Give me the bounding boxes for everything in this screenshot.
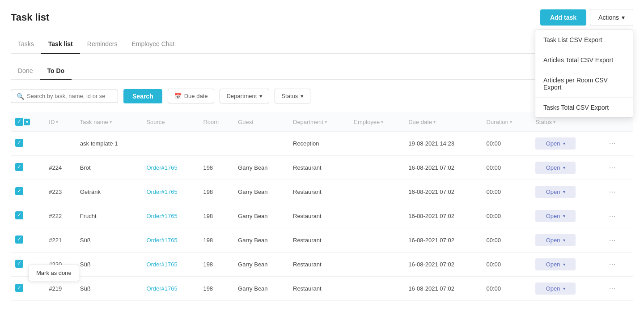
cell-employee <box>349 253 404 277</box>
tab-reminders[interactable]: Reminders <box>80 35 125 54</box>
cell-duration: 00:00 <box>482 228 531 253</box>
source-link-4[interactable]: Order#1765 <box>146 237 177 244</box>
sort-icon-due-date: ▾ <box>433 120 436 124</box>
tab-tasks[interactable]: Tasks <box>11 35 41 54</box>
status-badge-2[interactable]: Open ▾ <box>535 186 576 198</box>
more-button-0[interactable]: ··· <box>605 137 619 150</box>
cell-duration: 00:00 <box>482 156 531 180</box>
th-checkbox: ▾ <box>11 112 44 132</box>
th-status-label: Status <box>535 119 552 125</box>
tab-task-list[interactable]: Task list <box>41 35 80 54</box>
th-department-label: Department <box>293 119 323 125</box>
cell-guest <box>233 132 288 156</box>
cell-guest: Garry Bean <box>233 204 288 228</box>
due-date-filter[interactable]: 📅 Due date <box>168 89 215 103</box>
dropdown-item-csv-export[interactable]: Task List CSV Export <box>535 30 633 50</box>
status-badge-0[interactable]: Open ▾ <box>535 137 576 150</box>
search-input-wrap: 🔍 <box>11 90 118 103</box>
status-chevron-icon: ▾ <box>301 93 304 99</box>
dropdown-item-tasks-total[interactable]: Tasks Total CSV Export <box>535 98 633 117</box>
status-label-3: Open <box>546 213 560 219</box>
more-button-3[interactable]: ··· <box>605 210 619 223</box>
cell-guest: Garry Bean <box>233 277 288 301</box>
source-link-6[interactable]: Order#1765 <box>146 285 177 292</box>
row-checkbox-4[interactable] <box>15 236 23 244</box>
cell-room: 198 <box>199 156 233 180</box>
header-actions: Add task Actions ▾ Task List CSV Export … <box>540 9 633 26</box>
cell-checkbox <box>11 156 44 180</box>
status-badge-3[interactable]: Open ▾ <box>535 210 576 222</box>
th-id: ID▾ <box>44 112 76 132</box>
cell-more: ··· <box>601 132 633 156</box>
more-button-6[interactable]: ··· <box>605 282 619 295</box>
source-link-2[interactable]: Order#1765 <box>146 188 177 195</box>
row-checkbox-5[interactable] <box>15 260 23 268</box>
cell-department: Restaurant <box>288 277 349 301</box>
department-filter[interactable]: Department ▾ <box>220 89 269 103</box>
status-chevron-icon-4: ▾ <box>563 238 565 243</box>
source-link-1[interactable]: Order#1765 <box>146 164 177 171</box>
tab-employee-chat[interactable]: Employee Chat <box>125 35 182 54</box>
more-button-4[interactable]: ··· <box>605 234 619 247</box>
th-source: Source <box>142 112 199 132</box>
dropdown-item-articles-total[interactable]: Articles Total CSV Export <box>535 50 633 70</box>
header-checkbox[interactable] <box>15 118 23 126</box>
row-checkbox-1[interactable] <box>15 163 23 171</box>
cell-task-name: Süß <box>76 228 142 253</box>
status-badge-1[interactable]: Open ▾ <box>535 162 576 174</box>
table-row: #221 Süß Order#1765 198 Garry Bean Resta… <box>11 228 633 253</box>
cell-status: Open ▾ <box>531 132 601 156</box>
status-badge-4[interactable]: Open ▾ <box>535 234 576 246</box>
add-task-button[interactable]: Add task <box>540 9 586 26</box>
department-chevron-icon: ▾ <box>259 93 263 99</box>
source-link-5[interactable]: Order#1765 <box>146 261 177 268</box>
th-room: Room <box>199 112 233 132</box>
row-checkbox-0[interactable] <box>15 139 23 147</box>
cell-room: 198 <box>199 180 233 204</box>
department-label: Department <box>226 93 257 99</box>
subtab-todo[interactable]: To Do <box>40 63 72 80</box>
status-chevron-icon-5: ▾ <box>563 262 565 267</box>
status-badge-5[interactable]: Open ▾ <box>535 258 576 270</box>
subtab-done[interactable]: Done <box>11 63 40 80</box>
cell-checkbox <box>11 132 44 156</box>
cell-source: Order#1765 <box>142 228 199 253</box>
cell-room <box>199 132 233 156</box>
actions-button[interactable]: Actions ▾ <box>590 9 633 26</box>
source-link-3[interactable]: Order#1765 <box>146 213 177 219</box>
dropdown-item-articles-per-room[interactable]: Articles per Room CSV Export <box>535 70 633 98</box>
sort-icon-department: ▾ <box>325 120 327 124</box>
cell-room: 198 <box>199 277 233 301</box>
cell-due-date: 16-08-2021 07:02 <box>404 204 482 228</box>
cell-department: Reception <box>288 132 349 156</box>
search-button[interactable]: Search <box>123 89 162 103</box>
row-checkbox-3[interactable] <box>15 211 23 219</box>
mark-as-done-tooltip[interactable]: Mark as done <box>29 265 79 281</box>
more-button-1[interactable]: ··· <box>605 161 619 174</box>
actions-label: Actions <box>598 14 619 21</box>
more-button-5[interactable]: ··· <box>605 258 619 271</box>
status-badge-6[interactable]: Open ▾ <box>535 283 576 295</box>
more-button-2[interactable]: ··· <box>605 185 619 198</box>
cell-guest: Garry Bean <box>233 180 288 204</box>
cell-employee <box>349 277 404 301</box>
cell-employee <box>349 180 404 204</box>
cell-more: ··· <box>601 253 633 277</box>
cell-more: ··· <box>601 204 633 228</box>
row-checkbox-6[interactable] <box>15 284 23 292</box>
status-chevron-icon-1: ▾ <box>563 165 565 170</box>
search-input[interactable] <box>27 93 107 99</box>
cell-due-date: 16-08-2021 07:02 <box>404 277 482 301</box>
row-checkbox-2[interactable] <box>15 187 23 195</box>
cell-more: ··· <box>601 277 633 301</box>
status-label-4: Open <box>546 237 560 244</box>
cell-employee <box>349 156 404 180</box>
status-filter[interactable]: Status ▾ <box>275 89 310 103</box>
cell-more: ··· <box>601 180 633 204</box>
actions-dropdown: Task List CSV Export Articles Total CSV … <box>535 30 633 118</box>
header-checkbox-dropdown[interactable]: ▾ <box>24 119 30 125</box>
status-label-1: Open <box>546 164 560 171</box>
cell-source: Order#1765 <box>142 156 199 180</box>
cell-due-date: 16-08-2021 07:02 <box>404 180 482 204</box>
header: Task list Add task Actions ▾ Task List C… <box>11 9 633 26</box>
